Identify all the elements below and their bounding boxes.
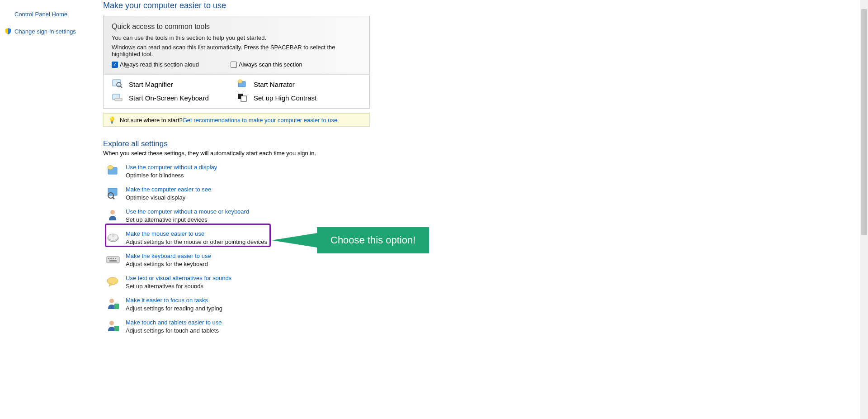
setting-text: Make the keyboard easier to useAdjust se… xyxy=(126,252,211,267)
setting-text: Make touch and tablets easier to useAdju… xyxy=(126,319,222,334)
svg-line-13 xyxy=(113,197,114,199)
setting-desc: Optimise visual display xyxy=(126,194,211,201)
shield-icon xyxy=(4,28,13,35)
svg-rect-11 xyxy=(108,188,117,195)
explore-title: Explore all settings xyxy=(103,139,555,148)
svg-rect-20 xyxy=(110,258,112,259)
recommendations-bar: 💡 Not sure where to start? Get recommend… xyxy=(103,113,370,127)
svg-line-2 xyxy=(120,86,122,88)
setting-title-link[interactable]: Make the mouse easier to use xyxy=(126,230,267,237)
quick-tools-grid: Start Magnifier Start Narrator Start On-… xyxy=(104,75,369,108)
quick-access-header: Quick access to common tools You can use… xyxy=(104,16,369,75)
annotation-arrow-icon xyxy=(272,233,317,248)
setting-icon xyxy=(106,319,120,333)
annotation-callout: Choose this option! xyxy=(317,227,429,253)
checkbox-checked-icon: ✓ xyxy=(112,62,118,68)
setting-title-link[interactable]: Make the computer easier to see xyxy=(126,186,211,193)
setting-text: Make it easier to focus on tasksAdjust s… xyxy=(126,297,222,312)
setting-desc: Set up alternatives for sounds xyxy=(126,283,231,290)
scan-section-checkbox[interactable]: Always scan this section xyxy=(231,61,302,68)
svg-rect-26 xyxy=(114,304,119,309)
setting-icon xyxy=(106,164,120,178)
setting-row: Make touch and tablets easier to useAdju… xyxy=(103,316,555,338)
svg-point-4 xyxy=(238,80,242,83)
svg-point-24 xyxy=(107,277,118,285)
main-content: Make your computer easier to use Quick a… xyxy=(103,0,555,338)
setting-row: Use text or visual alternatives for soun… xyxy=(103,272,555,294)
svg-rect-28 xyxy=(114,326,119,331)
vertical-scrollbar[interactable] xyxy=(860,0,868,419)
tool-label: Start On-Screen Keyboard xyxy=(129,94,209,102)
keyboard-icon xyxy=(112,93,123,103)
narrator-icon xyxy=(236,79,248,89)
start-narrator-link[interactable]: Start Narrator xyxy=(236,79,361,89)
start-magnifier-link[interactable]: Start Magnifier xyxy=(112,79,236,89)
setting-title-link[interactable]: Make it easier to focus on tasks xyxy=(126,297,222,304)
setting-text: Use text or visual alternatives for soun… xyxy=(126,275,231,290)
sidebar: Control Panel Home Change sign-in settin… xyxy=(0,0,99,47)
magnifier-icon xyxy=(112,79,123,89)
setting-text: Use the computer without a mouse or keyb… xyxy=(126,208,249,223)
svg-rect-19 xyxy=(108,258,109,259)
svg-rect-21 xyxy=(113,258,114,259)
sidebar-label: Control Panel Home xyxy=(14,11,67,18)
svg-rect-8 xyxy=(241,96,246,101)
setting-icon xyxy=(106,297,120,311)
svg-rect-18 xyxy=(107,257,119,263)
page-title: Make your computer easier to use xyxy=(103,0,555,16)
svg-point-25 xyxy=(109,299,114,303)
setting-desc: Adjust settings for reading and typing xyxy=(126,305,222,312)
setting-row: Use the computer without a displayOptimi… xyxy=(103,161,555,183)
setting-title-link[interactable]: Use text or visual alternatives for soun… xyxy=(126,275,231,281)
setting-desc: Set up alternative input devices xyxy=(126,216,249,223)
setting-desc: Adjust settings for the mouse or other p… xyxy=(126,238,267,245)
scrollbar-thumb[interactable] xyxy=(861,9,867,235)
quick-access-box: Quick access to common tools You can use… xyxy=(103,16,370,109)
quick-access-title: Quick access to common tools xyxy=(112,23,361,31)
setting-title-link[interactable]: Make the keyboard easier to use xyxy=(126,252,211,259)
setting-text: Make the computer easier to seeOptimise … xyxy=(126,186,211,201)
svg-point-27 xyxy=(109,321,114,325)
start-osk-link[interactable]: Start On-Screen Keyboard xyxy=(112,93,236,103)
quick-access-text2: Windows can read and scan this list auto… xyxy=(112,44,361,57)
tool-label: Start Magnifier xyxy=(129,81,173,88)
setting-icon xyxy=(106,230,120,245)
sidebar-label: Change sign-in settings xyxy=(14,28,76,35)
svg-point-10 xyxy=(108,166,113,170)
setting-desc: Adjust settings for touch and tablets xyxy=(126,327,222,334)
svg-rect-23 xyxy=(109,260,117,262)
explore-subtitle: When you select these settings, they wil… xyxy=(103,150,555,157)
setting-row: Use the computer without a mouse or keyb… xyxy=(103,205,555,228)
setting-icon xyxy=(106,186,120,200)
checkbox-label: Always read this section aloud xyxy=(120,61,199,68)
setting-title-link[interactable]: Use the computer without a display xyxy=(126,164,217,171)
svg-point-14 xyxy=(110,210,115,214)
setting-icon xyxy=(106,252,120,267)
setting-title-link[interactable]: Use the computer without a mouse or keyb… xyxy=(126,208,249,215)
control-panel-home-link[interactable]: Control Panel Home xyxy=(4,9,95,19)
setting-row: Make it easier to focus on tasksAdjust s… xyxy=(103,294,555,316)
setting-row: Make the computer easier to seeOptimise … xyxy=(103,183,555,205)
setting-desc: Optimise for blindness xyxy=(126,172,217,179)
callout-text: Choose this option! xyxy=(330,234,415,246)
checkbox-unchecked-icon xyxy=(231,62,237,68)
change-signin-settings-link[interactable]: Change sign-in settings xyxy=(4,26,95,37)
setting-desc: Adjust settings for the keyboard xyxy=(126,261,211,267)
tip-prefix: Not sure where to start? xyxy=(120,117,183,124)
recommendations-link[interactable]: Get recommendations to make your compute… xyxy=(183,117,338,124)
quick-access-text1: You can use the tools in this section to… xyxy=(112,34,361,41)
setting-icon xyxy=(106,208,120,223)
setting-icon xyxy=(106,275,120,289)
tool-label: Start Narrator xyxy=(254,81,295,88)
tool-label: Set up High Contrast xyxy=(254,94,316,102)
lightbulb-icon: 💡 xyxy=(108,116,115,124)
setting-text: Use the computer without a displayOptimi… xyxy=(126,164,217,179)
contrast-icon xyxy=(236,93,248,103)
checkbox-label: Always scan this section xyxy=(239,61,302,68)
setting-text: Make the mouse easier to useAdjust setti… xyxy=(126,230,267,245)
setup-high-contrast-link[interactable]: Set up High Contrast xyxy=(236,93,361,103)
setting-title-link[interactable]: Make touch and tablets easier to use xyxy=(126,319,222,326)
read-aloud-checkbox[interactable]: ✓ Always read this section aloud xyxy=(112,61,199,68)
svg-rect-22 xyxy=(115,258,116,259)
svg-rect-6 xyxy=(115,98,122,101)
